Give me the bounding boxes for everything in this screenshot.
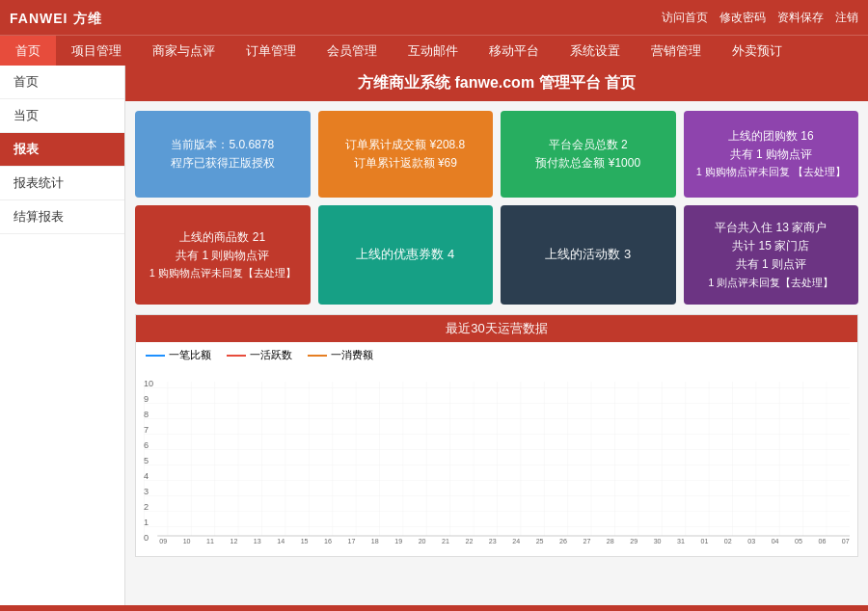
chart-title: 最近30天运营数据	[136, 315, 857, 342]
content-area: 方维商业系统 fanwe.com 管理平台 首页 当前版本：5.0.6878 程…	[125, 66, 868, 605]
svg-text:05: 05	[795, 538, 802, 545]
card-merchants: 平台共入住 13 家商户 共计 15 家门店 共有 1 则点评 1 则点评未回复…	[684, 205, 859, 305]
nav-order[interactable]: 订单管理	[231, 36, 312, 66]
card-orders-amount: 订单累计成交额 ¥208.8	[345, 136, 465, 154]
svg-text:09: 09	[159, 538, 167, 545]
svg-text:26: 26	[559, 538, 567, 545]
card-goods-count: 上线的商品数 21	[179, 228, 265, 247]
cards-container: 当前版本：5.0.6878 程序已获得正版授权 订单累计成交额 ¥208.8 订…	[125, 101, 868, 314]
svg-text:3: 3	[144, 487, 149, 496]
logo-area: FANWEI 方维	[10, 8, 102, 28]
svg-text:04: 04	[772, 538, 779, 545]
nav-member[interactable]: 会员管理	[312, 36, 393, 66]
legend-label-3: 一消费额	[331, 348, 373, 362]
svg-text:0: 0	[144, 533, 149, 543]
card-groupbuy: 上线的团购数 16 共有 1 购物点评 1 购购物点评未回复 【去处理】	[684, 111, 859, 198]
svg-text:03: 03	[747, 538, 755, 545]
nav-merchant[interactable]: 商家与点评	[137, 36, 231, 66]
legend-item-2: 一活跃数	[227, 348, 292, 362]
svg-rect-0	[144, 382, 850, 536]
card-reviews-count: 共有 1 则点评	[736, 255, 806, 274]
card-members-total: 平台会员总数 2	[549, 136, 628, 154]
svg-text:06: 06	[818, 538, 826, 545]
nav-takeout[interactable]: 外卖预订	[717, 36, 798, 66]
svg-text:31: 31	[677, 538, 685, 545]
card-groupbuy-count: 上线的团购数 16	[728, 127, 814, 146]
svg-text:01: 01	[700, 538, 708, 545]
svg-text:02: 02	[724, 538, 732, 545]
svg-text:1: 1	[144, 518, 149, 527]
visit-home-link[interactable]: 访问首页	[662, 10, 708, 26]
legend-item-1: 一笔比额	[146, 348, 211, 362]
sidebar: 首页 当页 报表 报表统计 结算报表	[0, 66, 125, 605]
svg-text:9: 9	[144, 394, 149, 404]
svg-text:10: 10	[144, 379, 153, 388]
nav-home[interactable]: 首页	[0, 36, 56, 66]
legend-dot-orange	[308, 355, 327, 357]
card-merchants-count: 平台共入住 13 家商户	[715, 219, 827, 237]
svg-text:7: 7	[144, 425, 149, 435]
nav-project[interactable]: 项目管理	[56, 36, 137, 66]
nav-bar: 首页 项目管理 商家与点评 订单管理 会员管理 互动邮件 移动平台 系统设置 营…	[0, 35, 868, 66]
change-password-link[interactable]: 修改密码	[719, 10, 766, 26]
svg-text:5: 5	[144, 456, 149, 465]
nav-settings[interactable]: 系统设置	[555, 36, 636, 66]
card-version-text: 当前版本：5.0.6878	[171, 136, 274, 154]
svg-text:6: 6	[144, 440, 149, 450]
sidebar-item-report-stats[interactable]: 报表统计	[0, 167, 124, 200]
svg-text:20: 20	[419, 538, 426, 545]
card-goods: 上线的商品数 21 共有 1 则购物点评 1 购购物点评未回复【去处理】	[135, 205, 311, 305]
svg-text:19: 19	[394, 538, 402, 545]
card-coupons: 上线的优惠券数 4	[318, 205, 494, 305]
card-orders-refund: 订单累计返款额 ¥69	[354, 154, 457, 173]
card-goods-pending[interactable]: 1 购购物点评未回复【去处理】	[149, 265, 296, 282]
svg-text:4: 4	[144, 471, 149, 481]
nav-mobile[interactable]: 移动平台	[474, 36, 555, 66]
svg-text:16: 16	[324, 538, 332, 545]
card-orders: 订单累计成交额 ¥208.8 订单累计返款额 ¥69	[318, 111, 494, 198]
card-members-balance: 预付款总金额 ¥1000	[535, 154, 640, 173]
card-activities: 上线的活动数 3	[501, 205, 676, 305]
nav-marketing[interactable]: 营销管理	[636, 36, 717, 66]
card-reviews-pending[interactable]: 1 则点评未回复【去处理】	[708, 275, 833, 292]
card-groupbuy-pending[interactable]: 1 购购物点评未回复 【去处理】	[696, 164, 846, 181]
top-bar: FANWEI 方维 访问首页 修改密码 资料保存 注销	[0, 0, 868, 35]
svg-text:29: 29	[630, 538, 637, 545]
svg-text:11: 11	[206, 538, 214, 545]
svg-text:13: 13	[254, 538, 261, 545]
top-links: 访问首页 修改密码 资料保存 注销	[662, 10, 858, 26]
svg-text:18: 18	[371, 538, 379, 545]
logout-link[interactable]: 注销	[835, 10, 858, 26]
main-layout: 首页 当页 报表 报表统计 结算报表 方维商业系统 fanwe.com 管理平台…	[0, 66, 868, 605]
card-groupbuy-reviews: 共有 1 购物点评	[730, 146, 812, 164]
chart-section: 最近30天运营数据 一笔比额 一活跃数 一消费额	[135, 314, 858, 557]
svg-text:30: 30	[654, 538, 662, 545]
footer: 方维商业系统 fanwe.com 管理平台 系统版本:5.0.6878	[0, 605, 868, 611]
card-stores-count: 共计 15 家门店	[732, 237, 809, 255]
legend-dot-red	[227, 355, 246, 357]
svg-text:21: 21	[442, 538, 449, 545]
svg-text:24: 24	[512, 538, 520, 545]
legend-dot-blue	[146, 355, 165, 357]
nav-mail[interactable]: 互动邮件	[393, 36, 474, 66]
svg-text:23: 23	[489, 538, 497, 545]
svg-text:15: 15	[301, 538, 309, 545]
svg-text:14: 14	[277, 538, 285, 545]
card-activities-count: 上线的活动数 3	[545, 245, 631, 265]
sidebar-item-reports[interactable]: 报表	[0, 133, 124, 167]
sidebar-item-settlement[interactable]: 结算报表	[0, 200, 124, 234]
svg-text:07: 07	[842, 538, 850, 545]
svg-text:27: 27	[583, 538, 590, 545]
sidebar-item-home[interactable]: 首页	[0, 66, 124, 99]
svg-text:25: 25	[536, 538, 544, 545]
svg-text:2: 2	[144, 502, 149, 512]
card-coupons-count: 上线的优惠券数 4	[356, 245, 454, 265]
svg-text:17: 17	[347, 538, 355, 545]
svg-text:12: 12	[230, 538, 237, 545]
save-profile-link[interactable]: 资料保存	[777, 10, 824, 26]
sidebar-item-current[interactable]: 当页	[0, 99, 124, 133]
card-version: 当前版本：5.0.6878 程序已获得正版授权	[135, 111, 311, 198]
svg-text:8: 8	[144, 410, 149, 419]
chart-svg: 10 9 8 7 6 5 4 3 2 1 0 09 10 11 12 13	[144, 372, 850, 545]
svg-text:22: 22	[465, 538, 473, 545]
